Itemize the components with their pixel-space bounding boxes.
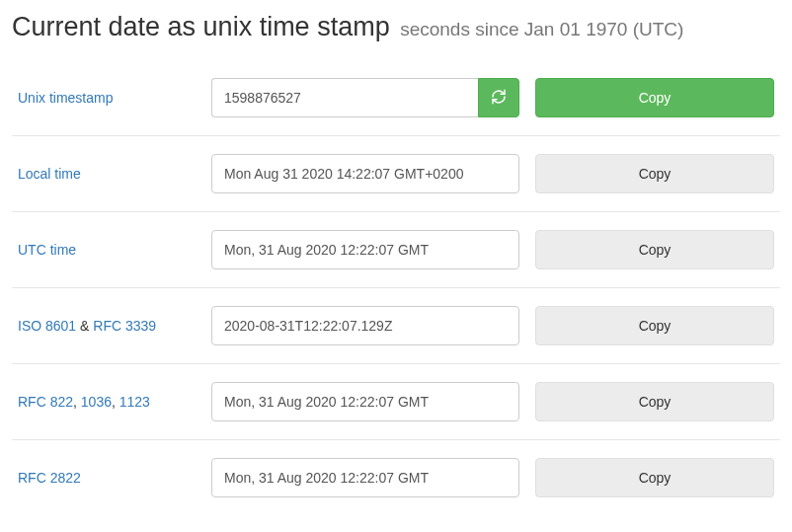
label-utc-time: UTC time (18, 242, 211, 258)
rfc822-input[interactable] (211, 382, 519, 421)
label-local-time: Local time (18, 166, 211, 182)
sep-comma-1: , (73, 394, 81, 410)
local-time-input[interactable] (211, 154, 519, 193)
link-utc-time[interactable]: UTC time (18, 242, 76, 258)
link-rfc3339[interactable]: RFC 3339 (93, 318, 156, 334)
timestamp-rows: Unix timestamp Copy (12, 60, 780, 515)
iso8601-input[interactable] (211, 306, 519, 345)
copy-cell-unix: Copy (519, 78, 774, 117)
row-utc-time: UTC time Copy (12, 212, 780, 288)
copy-button-iso[interactable]: Copy (535, 306, 774, 345)
copy-cell-iso: Copy (519, 306, 774, 345)
label-iso8601: ISO 8601 & RFC 3339 (18, 318, 211, 334)
unix-timestamp-input[interactable] (211, 78, 478, 117)
link-rfc2822[interactable]: RFC 2822 (18, 470, 81, 486)
label-unix-timestamp: Unix timestamp (18, 90, 211, 106)
row-rfc2822: RFC 2822 Copy (12, 440, 780, 515)
row-unix-timestamp: Unix timestamp Copy (12, 60, 780, 136)
row-rfc822: RFC 822, 1036, 1123 Copy (12, 364, 780, 440)
page-heading: Current date as unix time stamp seconds … (12, 12, 780, 42)
refresh-icon (491, 89, 507, 108)
input-cell-local (211, 154, 519, 193)
copy-button-unix[interactable]: Copy (535, 78, 774, 117)
input-cell-rfc822 (211, 382, 519, 421)
input-group-unix (211, 78, 519, 117)
amp-separator: & (76, 318, 93, 334)
refresh-button[interactable] (478, 78, 519, 117)
copy-cell-utc: Copy (519, 230, 774, 269)
rfc2822-input[interactable] (211, 458, 519, 497)
copy-button-local[interactable]: Copy (535, 154, 774, 193)
copy-cell-local: Copy (519, 154, 774, 193)
link-rfc822[interactable]: RFC 822 (18, 394, 73, 410)
copy-cell-rfc2822: Copy (519, 458, 774, 497)
input-cell-unix (211, 78, 519, 117)
copy-button-utc[interactable]: Copy (535, 230, 774, 269)
copy-button-rfc822[interactable]: Copy (535, 382, 774, 421)
input-cell-utc (211, 230, 519, 269)
sep-comma-2: , (112, 394, 119, 410)
page-subtitle: seconds since Jan 01 1970 (UTC) (400, 19, 683, 39)
copy-button-rfc2822[interactable]: Copy (535, 458, 774, 497)
copy-cell-rfc822: Copy (519, 382, 774, 421)
link-unix-timestamp[interactable]: Unix timestamp (18, 90, 113, 106)
link-rfc1123[interactable]: 1123 (119, 394, 150, 410)
row-iso8601: ISO 8601 & RFC 3339 Copy (12, 288, 780, 364)
label-rfc822: RFC 822, 1036, 1123 (18, 394, 211, 410)
label-rfc2822: RFC 2822 (18, 470, 211, 486)
row-local-time: Local time Copy (12, 136, 780, 212)
utc-time-input[interactable] (211, 230, 519, 269)
page-title: Current date as unix time stamp (12, 12, 390, 41)
link-local-time[interactable]: Local time (18, 166, 81, 182)
link-iso8601[interactable]: ISO 8601 (18, 318, 76, 334)
link-rfc1036[interactable]: 1036 (81, 394, 112, 410)
input-cell-iso (211, 306, 519, 345)
input-cell-rfc2822 (211, 458, 519, 497)
